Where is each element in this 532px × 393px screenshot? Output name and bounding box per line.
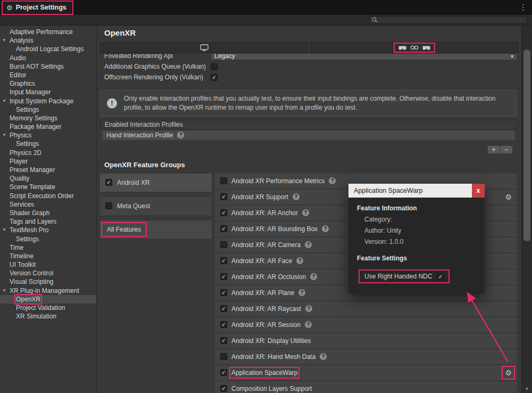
gear-icon[interactable]: ⚙ [505,193,512,201]
sidebar-item-burst-aot-settings[interactable]: Burst AOT Settings [0,62,96,71]
sidebar-item-tags-and-layers[interactable]: Tags and Layers [0,217,96,226]
help-icon[interactable]: ? [293,193,300,200]
foldout-arrow-icon[interactable]: ▼ [2,36,6,45]
gear-icon[interactable]: ⚙ [505,369,512,376]
sidebar-item-ui-toolkit[interactable]: UI Toolkit [0,260,96,269]
all-features-row[interactable]: All Features [100,220,212,239]
checkbox[interactable]: ✓ [220,209,227,216]
sidebar-item-label: Physics 2D [10,149,41,157]
sidebar-item-adaptive-performance[interactable]: Adaptive Performance [0,28,96,36]
interaction-profile-row[interactable]: Hand Interaction Profile ? [102,130,515,140]
sidebar-item-time[interactable]: Time [0,243,96,252]
scrollbar-thumb[interactable] [523,50,530,241]
sidebar-item-xr-plug-in-management[interactable]: ▼XR Plug-in Management [0,286,96,295]
sidebar-item-version-control[interactable]: Version Control [0,269,96,277]
add-profile-button[interactable]: + [488,146,500,153]
sidebar-item-physics-2d[interactable]: Physics 2D [0,149,96,157]
checkbox[interactable]: ✓ [220,337,227,344]
feature-row-composition-layers-support[interactable]: ✓Composition Layers Support [215,381,517,393]
foldout-arrow-icon[interactable]: ▼ [2,97,6,105]
feature-row-android-xr-hand-mesh-data[interactable]: Android XR: Hand Mesh Data? [215,349,517,364]
checkbox[interactable] [211,63,218,70]
checkbox[interactable]: ✓ [220,225,227,232]
remove-profile-button[interactable]: − [500,146,512,153]
popup-titlebar[interactable]: Application SpaceWarp x [348,184,485,198]
feature-row-android-xr-ar-raycast[interactable]: ✓Android XR: AR Raycast? [215,301,517,316]
help-icon[interactable]: ? [177,132,184,138]
sidebar-item-audio[interactable]: Audio [0,54,96,62]
kebab-menu-icon[interactable]: ⋮ [519,3,527,12]
foveated-rendering-dropdown[interactable]: Legacy ▾ [211,54,517,60]
sidebar-item-xr-simulation[interactable]: XR Simulation [0,312,96,321]
checkbox[interactable]: ✓ [105,179,112,186]
feature-row-android-xr-display-utilities[interactable]: ✓Android XR: Display Utilities [215,333,517,348]
ar-goggles-icon [410,45,419,50]
feature-row-application-spacewarp[interactable]: ✓Application SpaceWarp⚙ [215,365,517,380]
sidebar-item-player[interactable]: Player [0,157,96,166]
help-icon[interactable]: ? [320,353,327,360]
sidebar-item-settings[interactable]: Settings [0,235,96,243]
sidebar-item-input-system-package[interactable]: ▼Input System Package [0,97,96,105]
help-icon[interactable]: ? [302,209,309,216]
help-icon[interactable]: ? [329,177,336,184]
help-icon[interactable]: ? [305,241,312,248]
checkbox[interactable]: ✓ [220,289,227,296]
sidebar-item-quality[interactable]: Quality [0,174,96,183]
checkbox[interactable]: ✓ [211,74,218,81]
help-icon[interactable]: ? [298,289,305,296]
sidebar-item-analysis[interactable]: ▼Analysis [0,36,96,45]
search-icon [372,17,378,23]
foldout-arrow-icon[interactable]: ▼ [2,131,6,140]
setting-label: Use Right Handed NDC [364,273,432,280]
help-icon[interactable]: ? [296,257,303,264]
checkbox[interactable] [220,353,227,360]
help-icon[interactable]: ? [305,321,312,328]
foldout-arrow-icon[interactable]: ▼ [2,286,6,295]
checkbox[interactable] [220,177,227,184]
checkbox[interactable]: ✓ [220,193,227,200]
foldout-arrow-icon[interactable]: ▼ [2,226,6,234]
sidebar-item-memory-settings[interactable]: Memory Settings [0,114,96,122]
checkbox[interactable]: ✓ [220,385,227,392]
sidebar-item-openxr[interactable]: OpenXR [0,295,96,304]
checkbox[interactable]: ✓ [220,257,227,264]
sidebar-item-package-manager[interactable]: Package Manager [0,122,96,131]
sidebar-item-android-logcat-settings[interactable]: Android Logcat Settings [0,45,96,53]
sidebar-item-timeline[interactable]: Timeline [0,252,96,260]
tab-android-xr[interactable] [310,42,518,53]
sidebar-item-shader-graph[interactable]: Shader Graph [0,209,96,217]
sidebar-item-project-validation[interactable]: Project Validation [0,304,96,312]
checkbox[interactable] [220,241,227,248]
sidebar-item-editor[interactable]: Editor [0,71,96,79]
feature-row-android-xr-ar-session[interactable]: ✓Android XR: AR Session? [215,317,517,332]
sidebar-item-settings[interactable]: Settings [0,105,96,114]
sidebar-item-visual-scripting[interactable]: Visual Scripting [0,277,96,286]
sidebar-item-physics[interactable]: ▼Physics [0,131,96,140]
help-icon[interactable]: ? [305,305,312,312]
checkbox[interactable]: ✓ [220,305,227,312]
sidebar-item-input-manager[interactable]: Input Manager [0,88,96,96]
sidebar-item-scene-template[interactable]: Scene Template [0,183,96,191]
checkbox[interactable]: ✓ [220,273,227,280]
checkbox[interactable]: ✓ [220,369,227,376]
search-input[interactable] [369,16,527,24]
sidebar-list: Adaptive Performance▼AnalysisAndroid Log… [0,28,96,321]
tab-desktop[interactable] [100,42,308,53]
checkbox[interactable]: ✓ [220,321,227,328]
sidebar-item-label: Graphics [10,80,35,87]
help-icon[interactable]: ? [322,225,329,232]
sidebar-item-settings[interactable]: Settings [0,140,96,148]
help-icon[interactable]: ? [310,273,317,280]
close-button[interactable]: x [472,184,485,198]
checkbox[interactable] [105,202,112,209]
checkbox[interactable]: ✓ [437,273,444,280]
feature-group-meta-quest[interactable]: Meta Quest [100,197,212,215]
feature-group-android-xr[interactable]: ✓Android XR [100,174,212,192]
scrollbar-down-arrow-icon[interactable]: ▼ [522,387,532,391]
sidebar-item-preset-manager[interactable]: Preset Manager [0,166,96,174]
sidebar-item-script-execution-order[interactable]: Script Execution Order [0,192,96,200]
sidebar-item-services[interactable]: Services [0,200,96,209]
vertical-scrollbar[interactable]: ▼ [521,26,532,393]
sidebar-item-textmesh-pro[interactable]: ▼TextMesh Pro [0,226,96,234]
sidebar-item-graphics[interactable]: Graphics [0,79,96,88]
